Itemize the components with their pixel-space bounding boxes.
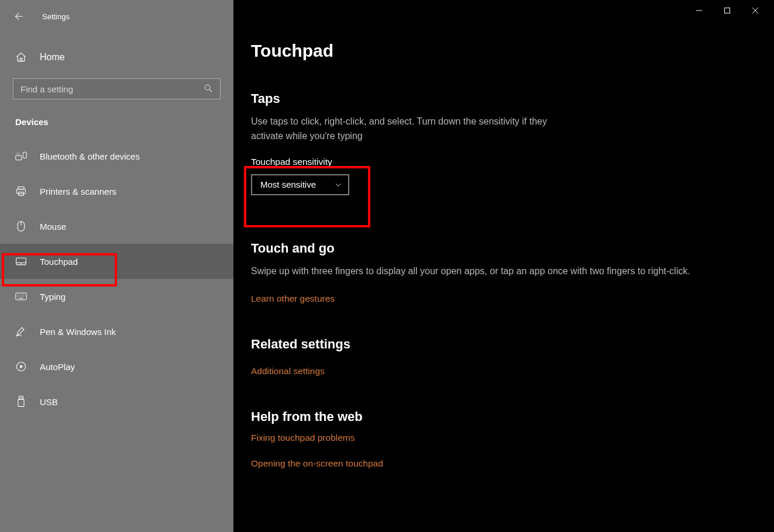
sidebar-item-pen[interactable]: Pen & Windows Ink (0, 314, 233, 349)
section-taps: Taps Use taps to click, right-click, and… (251, 61, 753, 195)
search-box[interactable] (13, 78, 221, 99)
search-wrap (0, 68, 233, 99)
sidebar-item-typing[interactable]: Typing (0, 279, 233, 314)
chevron-down-icon (334, 181, 342, 189)
help-heading: Help from the web (251, 409, 753, 424)
window-controls (685, 1, 769, 20)
section-help: Help from the web Fixing touchpad proble… (251, 376, 753, 469)
sidebar-item-autoplay[interactable]: AutoPlay (0, 349, 233, 384)
sidebar: Settings Home Devices (0, 0, 233, 532)
sensitivity-dropdown[interactable]: Most sensitive (251, 174, 349, 195)
sensitivity-value: Most sensitive (260, 179, 316, 189)
app-title: Settings (42, 12, 70, 21)
search-input[interactable] (20, 84, 204, 94)
sidebar-item-label: Mouse (40, 222, 66, 232)
sidebar-item-touchpad[interactable]: Touchpad (0, 244, 233, 279)
page-title: Touchpad (251, 0, 753, 61)
svg-rect-14 (19, 396, 23, 399)
help-link-fixing[interactable]: Fixing touchpad problems (251, 433, 753, 443)
sidebar-item-bluetooth[interactable]: Bluetooth & other devices (0, 139, 233, 174)
help-link-onscreen[interactable]: Opening the on-screen touchpad (251, 458, 753, 469)
sidebar-item-label: Printers & scanners (40, 186, 116, 196)
sidebar-item-label: Bluetooth & other devices (40, 151, 140, 161)
pen-icon (15, 326, 27, 337)
sidebar-item-mouse[interactable]: Mouse (0, 209, 233, 244)
titlebar: Settings (0, 6, 233, 27)
svg-rect-12 (16, 293, 26, 300)
sidebar-item-label: Pen & Windows Ink (40, 327, 116, 337)
svg-rect-19 (725, 8, 730, 13)
devices-icon (15, 151, 27, 161)
sidebar-item-label: USB (40, 397, 58, 407)
svg-rect-0 (20, 58, 22, 61)
additional-settings-link[interactable]: Additional settings (251, 366, 325, 376)
sidebar-nav: Bluetooth & other devices Printers & sca… (0, 130, 233, 419)
section-related: Related settings Additional settings (251, 304, 753, 376)
printer-icon (15, 185, 27, 197)
sidebar-item-label: Touchpad (40, 257, 78, 267)
back-button[interactable] (13, 11, 23, 22)
minimize-button[interactable] (685, 1, 713, 20)
section-touch-and-go: Touch and go Swipe up with three fingers… (251, 195, 753, 305)
sidebar-category: Devices (0, 99, 233, 130)
svg-rect-5 (17, 189, 26, 194)
sidebar-item-label: Typing (40, 292, 66, 302)
touchpad-icon (15, 257, 27, 266)
keyboard-icon (15, 292, 27, 300)
usb-icon (15, 396, 27, 407)
sidebar-item-usb[interactable]: USB (0, 384, 233, 419)
svg-rect-3 (23, 152, 26, 158)
touch-go-description: Swipe up with three fingers to display a… (251, 264, 753, 279)
sidebar-home[interactable]: Home (0, 27, 233, 68)
related-heading: Related settings (251, 337, 753, 352)
svg-rect-15 (18, 399, 24, 407)
search-icon (204, 84, 213, 95)
taps-heading: Taps (251, 91, 753, 106)
sidebar-home-label: Home (40, 52, 65, 63)
sidebar-item-printers[interactable]: Printers & scanners (0, 174, 233, 209)
sidebar-item-label: AutoPlay (40, 362, 75, 372)
maximize-button[interactable] (713, 1, 741, 20)
close-button[interactable] (741, 1, 769, 20)
learn-gestures-link[interactable]: Learn other gestures (251, 293, 335, 304)
mouse-icon (15, 220, 27, 232)
main-panel: Touchpad Taps Use taps to click, right-c… (233, 0, 774, 532)
svg-point-1 (205, 85, 210, 90)
svg-rect-2 (16, 156, 22, 160)
svg-rect-4 (18, 187, 24, 189)
taps-description: Use taps to click, right-click, and sele… (251, 115, 579, 144)
home-icon (15, 51, 27, 63)
touch-go-heading: Touch and go (251, 241, 753, 256)
sensitivity-label: Touchpad sensitivity (251, 157, 753, 167)
autoplay-icon (15, 361, 27, 372)
